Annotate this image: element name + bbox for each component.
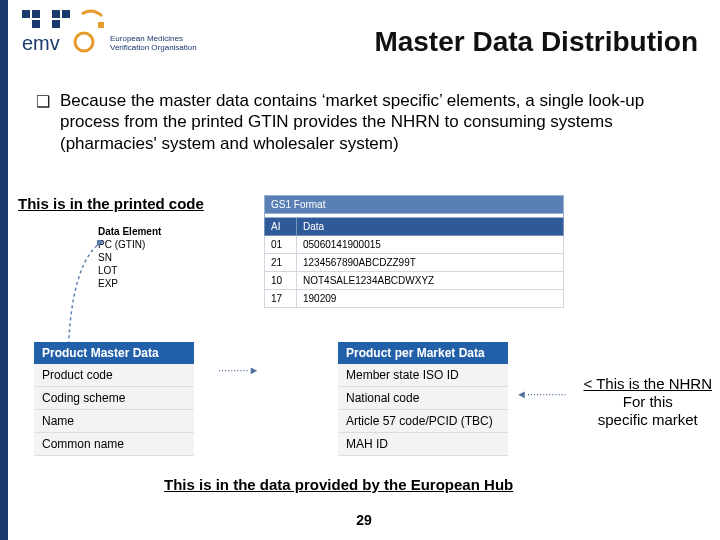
printed-code-label: This is in the printed code (18, 195, 204, 212)
bullet-square-icon: ❑ (36, 92, 50, 154)
logo-text-line2: Verification Organisation (110, 44, 197, 52)
gs1-ai-header: AI (265, 218, 297, 236)
svg-text:emv: emv (22, 32, 60, 54)
market-row: National code (338, 387, 508, 410)
svg-rect-0 (22, 10, 30, 18)
de-header: Data Element (98, 225, 167, 238)
gs1-data-header: Data (297, 218, 564, 236)
gs1-cell: 190209 (297, 290, 564, 308)
svg-rect-2 (32, 20, 40, 28)
market-row: Article 57 code/PCID (TBC) (338, 410, 508, 433)
gs1-cell: 17 (265, 290, 297, 308)
gs1-cell: 1234567890ABCDZZ99T (297, 254, 564, 272)
market-header: Product per Market Data (338, 342, 508, 364)
master-row: Coding scheme (34, 387, 194, 410)
svg-point-8 (75, 33, 93, 51)
nhrn-line: For this (583, 393, 712, 411)
hub-data-label: This is in the data provided by the Euro… (164, 476, 513, 493)
de-row: EXP (98, 277, 167, 290)
bullet-text: Because the master data contains ‘market… (60, 90, 696, 154)
gs1-format-header: GS1 Format (265, 196, 564, 214)
master-row: Common name (34, 433, 194, 456)
master-row: Product code (34, 364, 194, 387)
body-bullet: ❑ Because the master data contains ‘mark… (36, 90, 696, 154)
gs1-cell: 21 (265, 254, 297, 272)
product-master-data-table: Product Master Data Product code Coding … (34, 342, 194, 456)
de-row: LOT (98, 264, 167, 277)
svg-rect-1 (32, 10, 40, 18)
dots-icon: ◄············· (516, 388, 567, 400)
page-title: Master Data Distribution (374, 26, 698, 58)
gs1-cell: 05060141900015 (297, 236, 564, 254)
gs1-cell: NOT4SALE1234ABCDWXYZ (297, 272, 564, 290)
data-element-table: Data Element PC (GTIN) SN LOT EXP (98, 225, 167, 290)
svg-rect-4 (62, 10, 70, 18)
market-row: Member state ISO ID (338, 364, 508, 387)
svg-rect-5 (52, 20, 60, 28)
logo: emv European Medicines Verification Orga… (22, 12, 197, 52)
market-row: MAH ID (338, 433, 508, 456)
product-per-market-table: Product per Market Data Member state ISO… (338, 342, 508, 456)
svg-rect-6 (98, 22, 104, 28)
nhrn-annotation: < This is the NHRN For this specific mar… (583, 375, 712, 429)
gs1-table: GS1 Format AI Data 0105060141900015 2112… (264, 195, 564, 308)
master-row: Name (34, 410, 194, 433)
gs1-cell: 01 (265, 236, 297, 254)
svg-rect-3 (52, 10, 60, 18)
nhrn-line: < This is the NHRN (583, 375, 712, 393)
nhrn-line: specific market (583, 411, 712, 429)
page-number: 29 (356, 512, 372, 528)
svg-marker-10 (97, 240, 105, 246)
master-header: Product Master Data (34, 342, 194, 364)
de-row: SN (98, 251, 167, 264)
gs1-cell: 10 (265, 272, 297, 290)
de-row: PC (GTIN) (98, 238, 167, 251)
dots-icon: ··········► (218, 364, 259, 376)
